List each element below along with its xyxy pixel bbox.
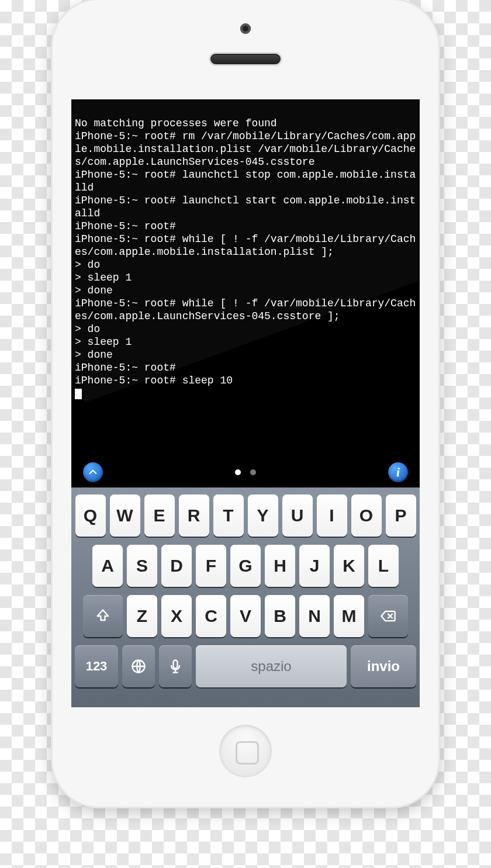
key-j[interactable]: J bbox=[299, 545, 330, 587]
keyboard-row-4: 123 spazio invio bbox=[75, 645, 416, 687]
key-label: W bbox=[116, 506, 133, 525]
key-label: T bbox=[223, 506, 233, 525]
chevron-up-icon bbox=[88, 468, 98, 477]
key-k[interactable]: K bbox=[334, 545, 364, 587]
backspace-key[interactable] bbox=[368, 595, 408, 637]
numbers-key[interactable]: 123 bbox=[75, 645, 118, 687]
terminal-toolbar: i bbox=[71, 457, 420, 487]
key-label: L bbox=[378, 556, 389, 576]
space-key[interactable]: spazio bbox=[196, 645, 347, 687]
key-n[interactable]: N bbox=[299, 595, 330, 637]
key-h[interactable]: H bbox=[265, 545, 295, 587]
globe-key[interactable] bbox=[122, 645, 155, 687]
key-s[interactable]: S bbox=[127, 545, 157, 587]
page-dot-active bbox=[235, 469, 241, 475]
key-d[interactable]: D bbox=[161, 545, 192, 587]
terminal-cursor bbox=[75, 389, 82, 399]
scroll-up-button[interactable] bbox=[83, 462, 103, 482]
key-x[interactable]: X bbox=[161, 595, 192, 637]
key-q[interactable]: Q bbox=[75, 494, 106, 537]
key-label: C bbox=[205, 606, 217, 626]
globe-icon bbox=[130, 658, 147, 675]
microphone-icon bbox=[167, 658, 184, 675]
space-key-label: spazio bbox=[251, 658, 291, 675]
keyboard-row-2: ASDFGHJKL bbox=[75, 545, 416, 587]
key-label: P bbox=[395, 506, 406, 525]
key-f[interactable]: F bbox=[196, 545, 226, 587]
key-label: M bbox=[342, 606, 357, 626]
key-label: X bbox=[171, 606, 182, 626]
key-c[interactable]: C bbox=[196, 595, 226, 637]
key-z[interactable]: Z bbox=[127, 595, 157, 637]
page-dot-inactive bbox=[250, 469, 256, 475]
key-t[interactable]: T bbox=[213, 494, 244, 537]
shift-key[interactable] bbox=[83, 595, 123, 637]
key-label: Y bbox=[257, 506, 268, 525]
shift-icon bbox=[95, 608, 111, 624]
key-label: E bbox=[153, 506, 165, 525]
info-button[interactable]: i bbox=[388, 462, 408, 482]
earpiece-speaker bbox=[210, 54, 281, 64]
screen: No matching processes were found iPhone-… bbox=[71, 99, 420, 707]
key-label: Z bbox=[137, 606, 147, 626]
key-y[interactable]: Y bbox=[248, 494, 278, 537]
key-label: U bbox=[291, 506, 304, 525]
numbers-key-label: 123 bbox=[86, 659, 108, 674]
key-o[interactable]: O bbox=[351, 494, 382, 537]
key-e[interactable]: E bbox=[144, 494, 175, 537]
key-label: S bbox=[136, 556, 148, 576]
key-label: B bbox=[274, 606, 286, 626]
iphone-device-frame: No matching processes were found iPhone-… bbox=[53, 0, 438, 807]
front-camera bbox=[240, 23, 251, 34]
key-b[interactable]: B bbox=[265, 595, 295, 637]
key-label: V bbox=[240, 606, 251, 626]
key-a[interactable]: A bbox=[92, 545, 123, 587]
terminal-output[interactable]: No matching processes were found iPhone-… bbox=[71, 113, 420, 456]
key-label: N bbox=[308, 606, 321, 626]
key-u[interactable]: U bbox=[282, 494, 313, 537]
key-p[interactable]: P bbox=[386, 494, 416, 537]
enter-key[interactable]: invio bbox=[351, 645, 416, 687]
info-icon: i bbox=[396, 465, 400, 480]
home-button[interactable] bbox=[219, 725, 272, 777]
enter-key-label: invio bbox=[367, 658, 400, 675]
backspace-icon bbox=[380, 608, 396, 624]
keyboard-row-1: QWERTYUIOP bbox=[75, 494, 416, 537]
key-label: G bbox=[238, 556, 252, 576]
key-w[interactable]: W bbox=[110, 494, 140, 537]
key-label: I bbox=[329, 506, 334, 525]
key-label: D bbox=[170, 556, 183, 576]
svg-rect-1 bbox=[174, 660, 178, 669]
key-label: K bbox=[343, 556, 355, 576]
key-r[interactable]: R bbox=[179, 494, 209, 537]
key-label: Q bbox=[84, 506, 97, 525]
dictation-key[interactable] bbox=[159, 645, 192, 687]
ios-keyboard: QWERTYUIOP ASDFGHJKL ZXCVBNM 123 bbox=[71, 487, 420, 707]
key-label: F bbox=[206, 556, 216, 576]
key-g[interactable]: G bbox=[230, 545, 261, 587]
key-m[interactable]: M bbox=[334, 595, 364, 637]
key-v[interactable]: V bbox=[230, 595, 261, 637]
keyboard-row-3: ZXCVBNM bbox=[75, 595, 416, 637]
key-label: J bbox=[310, 556, 320, 576]
key-label: A bbox=[101, 556, 114, 576]
page-indicator bbox=[235, 469, 256, 475]
key-label: H bbox=[274, 556, 286, 576]
key-i[interactable]: I bbox=[317, 494, 347, 537]
terminal-text: No matching processes were found iPhone-… bbox=[75, 117, 416, 386]
key-l[interactable]: L bbox=[368, 545, 399, 587]
key-label: O bbox=[359, 506, 373, 525]
key-label: R bbox=[188, 506, 200, 525]
